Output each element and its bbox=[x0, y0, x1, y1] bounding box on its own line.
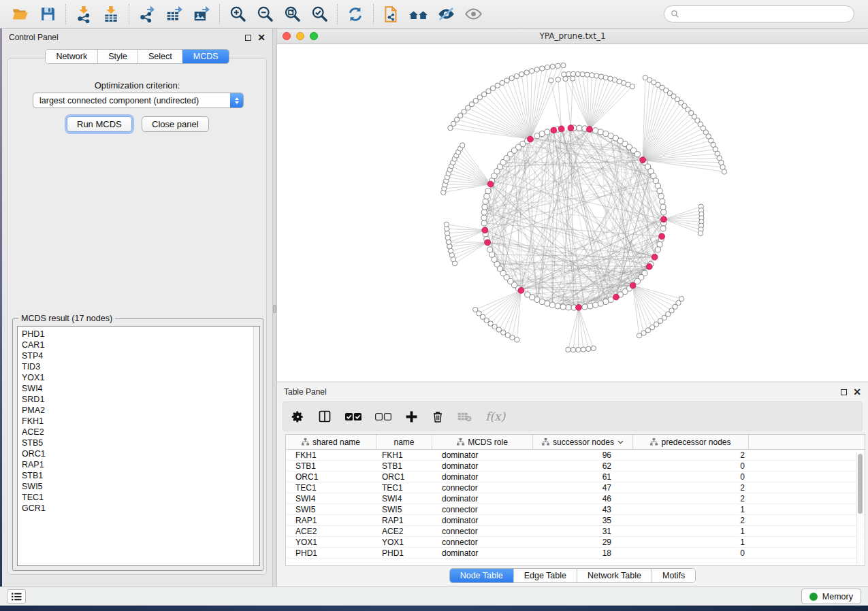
close-table-panel-icon[interactable]: ✕ bbox=[853, 389, 861, 395]
tab-network[interactable]: Network bbox=[46, 50, 97, 63]
zoom-fit-icon[interactable] bbox=[278, 3, 306, 26]
network-node[interactable] bbox=[529, 69, 534, 73]
network-node[interactable] bbox=[473, 98, 478, 103]
network-node[interactable] bbox=[586, 346, 591, 351]
memory-button[interactable]: Memory bbox=[801, 589, 861, 604]
column-header-successor-nodes[interactable]: successor nodes bbox=[533, 435, 633, 449]
export-network-icon[interactable] bbox=[133, 3, 161, 26]
network-node[interactable] bbox=[481, 215, 487, 220]
network-node[interactable] bbox=[562, 72, 566, 77]
tab-mcds[interactable]: MCDS bbox=[182, 50, 229, 63]
network-node[interactable] bbox=[540, 66, 545, 71]
table-scrollbar-thumb[interactable] bbox=[858, 454, 863, 514]
network-node[interactable] bbox=[465, 105, 470, 110]
network-node[interactable] bbox=[539, 131, 545, 136]
network-hub-node[interactable] bbox=[646, 263, 652, 269]
zoom-selected-icon[interactable] bbox=[306, 3, 333, 26]
list-item[interactable]: CAR1 bbox=[22, 340, 259, 350]
list-item[interactable]: ORC1 bbox=[22, 448, 259, 459]
network-node[interactable] bbox=[549, 78, 553, 83]
network-node[interactable] bbox=[472, 307, 477, 312]
network-node[interactable] bbox=[545, 301, 550, 306]
network-node[interactable] bbox=[660, 226, 666, 231]
network-node[interactable] bbox=[505, 333, 510, 337]
network-node[interactable] bbox=[448, 125, 453, 130]
network-node[interactable] bbox=[570, 347, 575, 352]
network-hub-node[interactable] bbox=[518, 287, 524, 293]
network-hub-node[interactable] bbox=[558, 126, 564, 132]
network-node[interactable] bbox=[519, 71, 524, 76]
columns-icon[interactable] bbox=[318, 410, 332, 423]
network-hub-node[interactable] bbox=[576, 304, 582, 310]
first-neighbors-icon[interactable] bbox=[405, 3, 432, 26]
network-canvas[interactable] bbox=[277, 44, 868, 381]
network-hub-node[interactable] bbox=[551, 127, 557, 133]
column-header-predecessor-nodes[interactable]: predecessor nodes bbox=[633, 435, 749, 449]
export-table-icon[interactable] bbox=[161, 3, 188, 26]
network-node[interactable] bbox=[720, 165, 725, 169]
network-node[interactable] bbox=[556, 63, 560, 68]
network-node[interactable] bbox=[485, 188, 491, 194]
tab-node-table[interactable]: Node Table bbox=[450, 569, 513, 582]
tab-select[interactable]: Select bbox=[138, 50, 182, 63]
network-hub-node[interactable] bbox=[482, 227, 488, 233]
table-row[interactable]: YOX1YOX1connector291 bbox=[286, 537, 865, 548]
network-node[interactable] bbox=[566, 71, 570, 76]
close-panel-button[interactable]: Close panel bbox=[142, 116, 209, 132]
list-item[interactable]: SRD1 bbox=[22, 394, 259, 405]
list-item[interactable]: ACE2 bbox=[22, 427, 259, 437]
network-hub-node[interactable] bbox=[487, 181, 494, 187]
network-node[interactable] bbox=[486, 88, 491, 93]
network-hub-node[interactable] bbox=[568, 125, 574, 131]
save-session-icon[interactable] bbox=[34, 3, 61, 26]
network-hub-node[interactable] bbox=[587, 127, 593, 133]
splitter-handle[interactable] bbox=[273, 305, 276, 313]
network-node[interactable] bbox=[661, 210, 666, 215]
network-node[interactable] bbox=[487, 247, 492, 252]
network-node[interactable] bbox=[509, 76, 514, 80]
network-node[interactable] bbox=[598, 301, 603, 306]
network-node[interactable] bbox=[549, 302, 555, 308]
tab-network-table[interactable]: Network Table bbox=[577, 569, 652, 582]
column-header-shared-name[interactable]: shared name bbox=[286, 435, 376, 449]
table-row[interactable]: ACE2ACE2connector311 bbox=[286, 526, 865, 537]
hide-selected-icon[interactable] bbox=[432, 3, 460, 26]
network-node[interactable] bbox=[637, 333, 641, 337]
list-item[interactable]: STB1 bbox=[22, 470, 259, 481]
node-table[interactable]: shared name name MCDS role successor nod… bbox=[285, 434, 865, 566]
list-item[interactable]: GCR1 bbox=[22, 503, 259, 514]
network-node[interactable] bbox=[660, 199, 665, 204]
vertical-splitter[interactable] bbox=[272, 29, 277, 587]
network-node[interactable] bbox=[556, 77, 560, 82]
network-node[interactable] bbox=[582, 304, 588, 310]
network-node[interactable] bbox=[581, 347, 585, 352]
network-node[interactable] bbox=[482, 204, 487, 210]
table-row[interactable]: TEC1TEC1connector472 bbox=[286, 482, 865, 493]
task-history-button[interactable] bbox=[7, 589, 26, 604]
open-session-icon[interactable] bbox=[7, 3, 34, 26]
network-node[interactable] bbox=[460, 143, 464, 148]
gear-icon[interactable] bbox=[291, 410, 304, 423]
network-hub-node[interactable] bbox=[630, 282, 636, 288]
deselect-all-icon[interactable] bbox=[375, 412, 391, 421]
network-node[interactable] bbox=[630, 84, 634, 88]
table-scrollbar[interactable] bbox=[856, 452, 863, 564]
network-hub-node[interactable] bbox=[528, 136, 534, 142]
network-node[interactable] bbox=[561, 63, 566, 67]
network-node[interactable] bbox=[495, 83, 500, 88]
network-hub-node[interactable] bbox=[652, 254, 658, 260]
list-item[interactable]: RAP1 bbox=[22, 459, 259, 470]
network-node[interactable] bbox=[658, 193, 664, 199]
list-item[interactable]: SWI5 bbox=[22, 481, 259, 492]
network-node[interactable] bbox=[481, 220, 487, 226]
network-node[interactable] bbox=[469, 102, 474, 107]
network-node[interactable] bbox=[657, 242, 662, 247]
add-column-icon[interactable] bbox=[405, 410, 418, 423]
network-node[interactable] bbox=[545, 65, 549, 69]
table-row[interactable]: ORC1ORC1dominator610 bbox=[286, 472, 865, 482]
network-node[interactable] bbox=[555, 303, 560, 309]
network-node[interactable] bbox=[634, 152, 640, 157]
network-node[interactable] bbox=[510, 335, 515, 340]
network-node[interactable] bbox=[592, 128, 598, 133]
float-table-panel-icon[interactable] bbox=[841, 389, 847, 395]
